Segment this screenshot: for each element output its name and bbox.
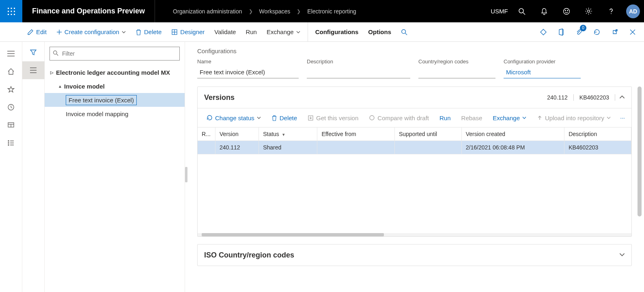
notifications-button[interactable]: [533, 0, 555, 22]
upload-icon: [537, 115, 543, 121]
rail-home-button[interactable]: [2, 64, 20, 79]
options-tab[interactable]: Options: [363, 22, 396, 42]
home-icon: [7, 68, 15, 75]
rail-favorites-button[interactable]: [2, 82, 20, 97]
svg-point-42: [54, 51, 57, 54]
column-header-effective[interactable]: Effective from: [317, 128, 395, 141]
column-header-version[interactable]: Version: [215, 128, 259, 141]
user-avatar[interactable]: AD: [626, 4, 640, 18]
name-label: Name: [197, 58, 299, 65]
vertical-scrollbar[interactable]: [638, 87, 642, 284]
designer-button[interactable]: Designer: [166, 22, 209, 42]
horizontal-scrollbar[interactable]: [198, 233, 631, 236]
description-field[interactable]: [307, 66, 410, 78]
iso-header[interactable]: ISO Country/region codes: [198, 244, 631, 266]
versions-grid: R... Version Status ▾ Effective from Sup…: [198, 128, 631, 233]
versions-panel: Versions 240.112 KB4602203 Change status…: [197, 87, 632, 237]
settings-button[interactable]: [577, 0, 600, 22]
rail-modules-button[interactable]: [2, 135, 20, 151]
attachments-button[interactable]: 0: [571, 24, 587, 40]
column-header-supported[interactable]: Supported until: [394, 128, 461, 141]
close-button[interactable]: [625, 24, 641, 40]
hamburger-icon: [7, 51, 15, 56]
table-row[interactable]: 240.112 Shared 2/16/2021 06:08:48 PM KB4…: [198, 141, 631, 154]
versions-header[interactable]: Versions 240.112 KB4602203: [198, 87, 631, 108]
filter-tab-button[interactable]: [22, 43, 45, 61]
tree-item-selected[interactable]: Free text invoice (Excel): [45, 93, 185, 107]
versions-summary-desc: KB4602203: [574, 94, 615, 101]
options-label: Options: [368, 28, 391, 35]
top-header: Finance and Operations Preview Organizat…: [0, 0, 644, 22]
office-button[interactable]: [553, 24, 569, 40]
chevron-right-icon: ❯: [244, 9, 258, 14]
question-icon: [607, 8, 615, 15]
exchange-button[interactable]: Exchange: [262, 22, 305, 42]
app-launcher-button[interactable]: [0, 0, 22, 22]
tree-item[interactable]: ▲ Invoice model: [45, 79, 185, 93]
name-field[interactable]: Free text invoice (Excel): [197, 66, 299, 78]
versions-run-label: Run: [439, 115, 451, 121]
search-button[interactable]: [510, 0, 533, 22]
versions-exchange-button[interactable]: Exchange: [488, 108, 531, 128]
page-search-button[interactable]: [396, 22, 412, 42]
configuration-tree: ▷ Electronic ledger accounting model MX …: [45, 63, 185, 123]
search-icon: [53, 50, 58, 57]
trash-icon: [136, 29, 142, 35]
provider-label: Configuration provider: [504, 58, 581, 65]
tree-filter-input[interactable]: [50, 47, 180, 61]
exchange-label: Exchange: [267, 28, 294, 35]
svg-rect-6: [8, 14, 9, 15]
delete-button[interactable]: Delete: [131, 22, 166, 42]
scrollbar-thumb[interactable]: [638, 87, 642, 216]
breadcrumb-item[interactable]: Organization administration: [171, 8, 243, 15]
configurations-tab[interactable]: Configurations: [308, 22, 364, 42]
breadcrumb-item[interactable]: Workspaces: [258, 8, 292, 15]
provider-link[interactable]: Microsoft: [504, 66, 581, 78]
refresh-button[interactable]: [589, 24, 605, 40]
refresh-icon: [593, 28, 601, 36]
change-status-button[interactable]: Change status: [202, 108, 266, 128]
tree-item[interactable]: ▷ Electronic ledger accounting model MX: [45, 65, 185, 79]
detail-breadcrumb: Configurations: [197, 48, 632, 54]
cell-status: Shared: [259, 141, 317, 154]
svg-rect-3: [8, 11, 9, 12]
column-header-created[interactable]: Version created: [461, 128, 564, 141]
versions-more-button[interactable]: ···: [618, 115, 627, 121]
create-configuration-button[interactable]: Create configuration: [52, 22, 131, 42]
svg-point-21: [402, 29, 406, 33]
run-button[interactable]: Run: [241, 22, 262, 42]
country-codes-field[interactable]: [418, 66, 495, 78]
chevron-up-icon[interactable]: [619, 94, 625, 101]
breadcrumb-item[interactable]: Electronic reporting: [306, 8, 358, 15]
versions-run-button[interactable]: Run: [435, 108, 456, 128]
compare-icon: [369, 115, 375, 121]
help-button[interactable]: [600, 0, 622, 22]
rail-workspaces-button[interactable]: [2, 117, 20, 133]
svg-point-35: [8, 145, 9, 145]
edit-button[interactable]: Edit: [22, 22, 52, 42]
tree-item-label: Invoice model mapping: [66, 110, 128, 117]
validate-button[interactable]: Validate: [209, 22, 241, 42]
rail-recent-button[interactable]: [2, 99, 20, 115]
chevron-down-icon[interactable]: [619, 252, 625, 259]
rebase-button: Rebase: [457, 108, 487, 128]
column-header-status[interactable]: Status ▾: [259, 128, 317, 141]
column-header-description[interactable]: Description: [564, 128, 631, 141]
svg-point-15: [611, 13, 612, 14]
feedback-button[interactable]: [555, 0, 577, 22]
rebase-label: Rebase: [461, 115, 482, 121]
scrollbar-thumb[interactable]: [202, 233, 384, 236]
diamond-button[interactable]: [535, 24, 551, 40]
column-header-r[interactable]: R...: [198, 128, 215, 141]
versions-delete-button[interactable]: Delete: [267, 108, 302, 128]
tree-item[interactable]: Invoice model mapping: [45, 107, 185, 121]
rail-menu-button[interactable]: [2, 46, 20, 61]
pencil-icon: [27, 29, 34, 35]
company-selector[interactable]: USMF: [488, 0, 510, 22]
popout-button[interactable]: [607, 24, 623, 40]
cell-version: 240.112: [215, 141, 259, 154]
designer-label: Designer: [180, 28, 205, 35]
list-tab-button[interactable]: [22, 61, 45, 79]
column-header-status-label: Status: [263, 131, 279, 137]
svg-point-9: [519, 9, 523, 13]
